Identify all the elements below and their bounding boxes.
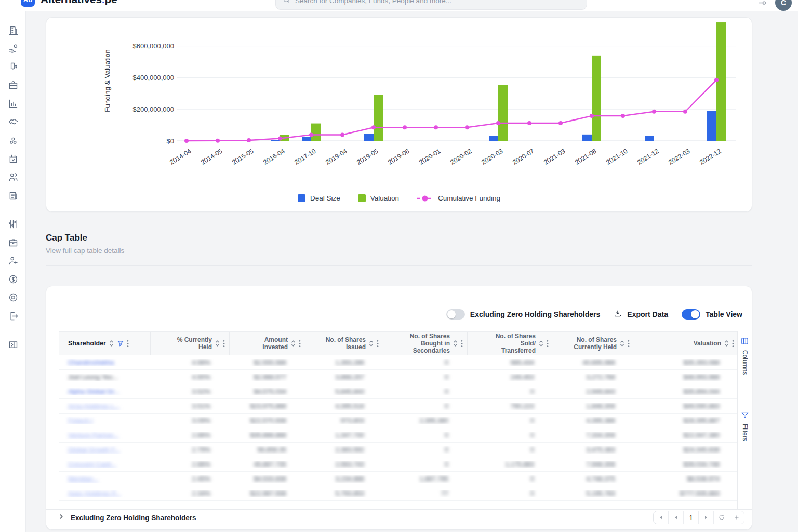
- key-icon[interactable]: [757, 0, 767, 9]
- sort-icon[interactable]: [215, 340, 220, 347]
- shareholder-link[interactable]: Venture Partner...: [68, 432, 118, 439]
- export-data-button[interactable]: Export Data: [614, 309, 668, 319]
- value-cell: 77: [383, 490, 467, 497]
- cell-value: 0: [445, 359, 448, 366]
- cell-value: 0: [530, 432, 534, 439]
- sidebar-item-dollar-circle[interactable]: [7, 274, 19, 286]
- sidebar-item-company-building[interactable]: [7, 25, 19, 37]
- value-cell: 0: [383, 388, 467, 395]
- previous-page-button[interactable]: [669, 511, 684, 524]
- sidebar-item-person-plus[interactable]: [7, 255, 19, 268]
- shareholder-link[interactable]: Fintech I: [68, 417, 93, 424]
- panel-toggle-icon: [8, 339, 19, 350]
- kebab-menu-icon[interactable]: [461, 340, 463, 348]
- sort-icon[interactable]: [538, 340, 544, 347]
- sidebar-item-panel-toggle[interactable]: [7, 339, 19, 352]
- refresh-icon[interactable]: [714, 511, 729, 524]
- sidebar-item-bar-chart[interactable]: [7, 98, 19, 111]
- kebab-menu-icon[interactable]: [299, 340, 301, 348]
- sidebar-item-handshake[interactable]: [7, 116, 19, 129]
- first-page-button[interactable]: [654, 511, 669, 524]
- sort-icon[interactable]: [619, 340, 625, 347]
- value-cell: $24,345,638: [634, 446, 738, 454]
- sidebar-item-sliders[interactable]: [7, 219, 19, 231]
- sidebar-item-cluster[interactable]: [7, 135, 19, 148]
- cell-value: $4,575,034: [254, 388, 286, 395]
- shareholder-link[interactable]: Alpha Global Gr...: [68, 388, 119, 395]
- cell-value: 0: [445, 446, 448, 454]
- kebab-menu-icon[interactable]: [377, 340, 379, 348]
- value-cell: $22,987,938: [229, 490, 305, 497]
- sidebar-item-device-dollar[interactable]: [7, 61, 19, 74]
- shareholder-link[interactable]: Global Growth F...: [68, 446, 120, 454]
- next-page-button[interactable]: [699, 511, 714, 524]
- value-cell: 3,234,888: [305, 475, 383, 483]
- value-cell: 2,563,743: [305, 461, 383, 468]
- shareholder-link[interactable]: Chandroshekha: [68, 359, 114, 366]
- exclude-zero-toggle[interactable]: [446, 309, 465, 320]
- filter-icon[interactable]: [117, 340, 124, 347]
- kebab-menu-icon[interactable]: [547, 340, 549, 348]
- shareholder-link[interactable]: Arria Holdings L...: [68, 403, 119, 410]
- svg-text:2021-10: 2021-10: [605, 148, 629, 166]
- value-cell: 0: [383, 359, 467, 366]
- cell-value: 5,195,783: [586, 490, 615, 497]
- sidebar-item-box-circle[interactable]: [7, 292, 19, 304]
- sidebar-item-people[interactable]: [7, 171, 19, 184]
- legend-item-deal-size[interactable]: Deal Size: [298, 194, 340, 202]
- svg-text:2020-03: 2020-03: [480, 148, 504, 166]
- table-row: Chandroshekha4.98%$2,555,5881,393,286098…: [59, 355, 738, 370]
- cell-value: 0: [530, 446, 534, 454]
- cell-value: 3.51%: [192, 403, 210, 410]
- value-cell: 2.79%: [150, 446, 229, 454]
- sidebar-item-news[interactable]: [7, 190, 19, 203]
- sidebar-item-briefcase[interactable]: [7, 79, 19, 92]
- global-search[interactable]: [275, 0, 587, 10]
- news-icon: [8, 190, 19, 201]
- work-bag-icon: [8, 237, 19, 248]
- kebab-menu-icon[interactable]: [732, 340, 734, 348]
- cell-value: 3.52%: [192, 388, 210, 395]
- legend-item-valuation[interactable]: Valuation: [358, 194, 399, 202]
- value-cell: 3,272,768: [553, 374, 634, 381]
- sort-icon[interactable]: [724, 340, 729, 347]
- table-view-toggle[interactable]: [682, 309, 700, 320]
- sort-icon[interactable]: [290, 340, 296, 347]
- table-row: Venture Partner...2.86%$35,888,8881,347,…: [59, 428, 738, 443]
- value-cell: 4.90%: [150, 374, 229, 381]
- shareholder-link[interactable]: Crescent Capit...: [68, 461, 116, 468]
- sidebar-item-work-bag[interactable]: [7, 237, 19, 249]
- value-cell: 56,858.35: [229, 446, 305, 454]
- add-page-button[interactable]: [729, 511, 744, 524]
- cell-value: 1,887,795: [419, 475, 448, 483]
- sidebar-item-logout[interactable]: [7, 311, 19, 323]
- sidebar-item-calendar-check[interactable]: [7, 153, 19, 166]
- sort-icon[interactable]: [368, 340, 374, 347]
- cell-value: 3,234,888: [335, 475, 364, 483]
- exclude-zero-expander[interactable]: Excluding Zero Holding Shareholders: [58, 513, 196, 522]
- value-cell: 2.34%: [150, 490, 229, 497]
- sidebar-item-hand-coins[interactable]: [7, 43, 19, 56]
- cell-value: 0: [445, 403, 448, 410]
- cap-table-header-row: Shareholder% Currently HeldAmount Invest…: [59, 331, 738, 355]
- sort-icon[interactable]: [109, 340, 114, 347]
- kebab-menu-icon[interactable]: [628, 340, 630, 348]
- kebab-menu-icon[interactable]: [223, 340, 225, 348]
- page-number[interactable]: 1: [684, 511, 699, 524]
- shareholder-link[interactable]: Joel Leong Yeo...: [68, 374, 118, 381]
- brand-logo[interactable]: Ab: [21, 0, 35, 7]
- shareholder-link[interactable]: Apex Holdings P...: [68, 490, 121, 497]
- value-cell: 2.86%: [150, 432, 229, 439]
- legend-item-cumulative-funding[interactable]: Cumulative Funding: [417, 194, 500, 202]
- cell-value: $39,034,748: [683, 461, 720, 468]
- user-avatar[interactable]: C: [775, 0, 792, 11]
- search-input[interactable]: [295, 0, 580, 5]
- cell-value: 0: [445, 461, 448, 468]
- sort-icon[interactable]: [453, 340, 458, 347]
- shareholder-link[interactable]: Meridian...: [68, 475, 98, 483]
- svg-text:2014-05: 2014-05: [200, 148, 223, 166]
- brand-name[interactable]: Alternatives.pe: [41, 0, 117, 6]
- kebab-menu-icon[interactable]: [127, 340, 129, 348]
- columns-button[interactable]: [740, 337, 749, 345]
- filters-button[interactable]: [741, 411, 749, 419]
